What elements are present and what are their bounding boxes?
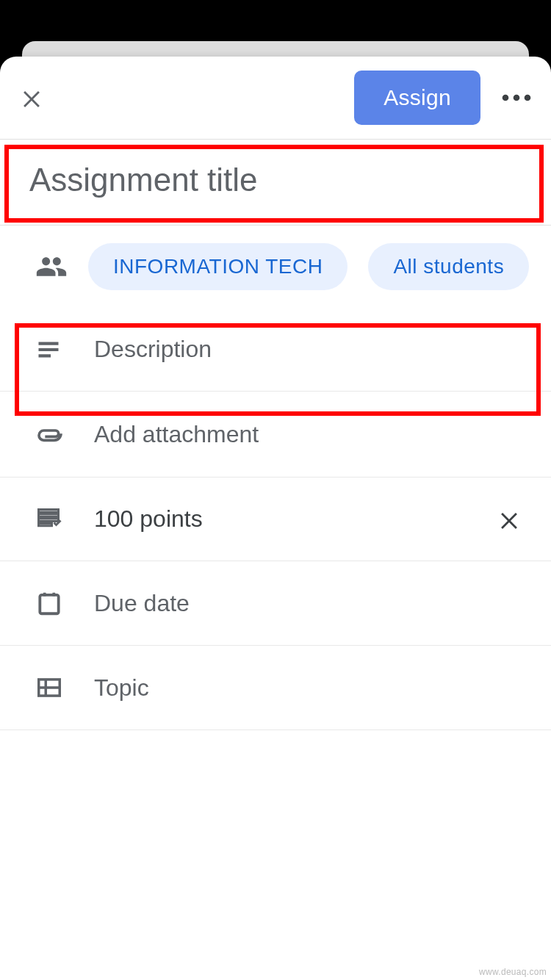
close-icon[interactable] xyxy=(19,85,44,110)
students-chip[interactable]: All students xyxy=(368,243,529,290)
due-date-label: Due date xyxy=(94,590,522,617)
modal-header: Assign xyxy=(0,57,551,139)
topic-label: Topic xyxy=(94,674,522,702)
topic-row[interactable]: Topic xyxy=(0,646,551,730)
svg-point-1 xyxy=(514,95,520,101)
description-row[interactable]: Description xyxy=(0,308,551,392)
points-label: 100 points xyxy=(94,505,470,533)
audience-row: INFORMATION TECH All students xyxy=(0,226,551,308)
people-icon xyxy=(35,251,68,283)
svg-point-2 xyxy=(525,95,531,101)
topic-icon xyxy=(35,674,68,702)
assignment-title-input[interactable] xyxy=(29,162,522,198)
calendar-icon xyxy=(35,589,68,617)
watermark: www.deuaq.com xyxy=(479,967,547,977)
svg-point-0 xyxy=(503,95,509,101)
description-icon xyxy=(35,336,68,363)
assign-button[interactable]: Assign xyxy=(354,71,480,125)
attachment-icon xyxy=(35,419,68,449)
more-options-icon[interactable] xyxy=(501,93,532,102)
attachment-row[interactable]: Add attachment xyxy=(0,392,551,478)
points-row[interactable]: 100 points xyxy=(0,478,551,561)
clear-points-icon[interactable] xyxy=(497,507,522,532)
svg-rect-3 xyxy=(40,595,58,613)
due-date-row[interactable]: Due date xyxy=(0,561,551,646)
description-label: Description xyxy=(94,336,522,363)
attachment-label: Add attachment xyxy=(94,421,522,448)
class-chip[interactable]: INFORMATION TECH xyxy=(88,243,347,290)
create-assignment-modal: Assign INFORMATION TECH All students Des… xyxy=(0,57,551,980)
assignment-title-row[interactable] xyxy=(0,139,551,226)
points-icon xyxy=(35,506,68,533)
